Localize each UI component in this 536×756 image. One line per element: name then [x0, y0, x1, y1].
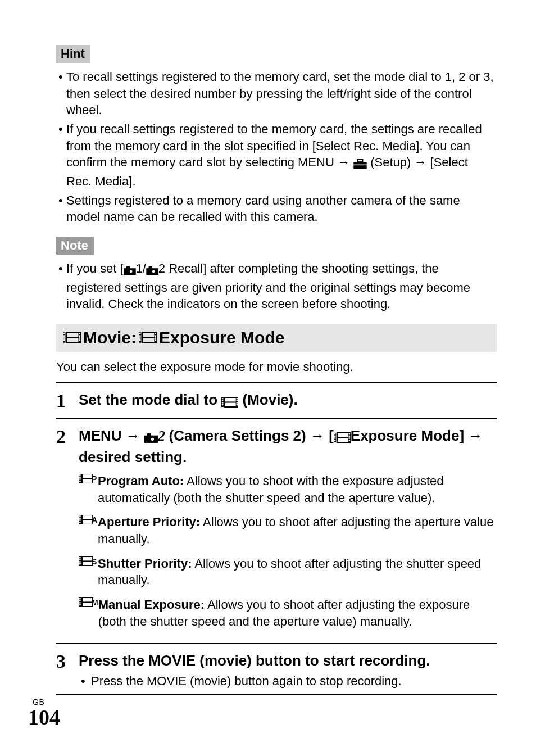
film-icon	[334, 429, 351, 448]
film-mode-icon: P	[79, 473, 98, 506]
step-3-sub: • Press the MOVIE (movie) button again t…	[81, 674, 497, 689]
hint-list: •To recall settings registered to the me…	[58, 69, 497, 225]
hint-tag: Hint	[56, 45, 90, 63]
step-3: 3 Press the MOVIE (movie) button to star…	[56, 651, 497, 689]
step-number: 1	[56, 391, 72, 412]
section-title-b: Exposure Mode	[159, 328, 284, 347]
film-icon	[221, 393, 238, 413]
step-1-head: Set the mode dial to (Movie).	[79, 391, 497, 412]
divider	[56, 694, 497, 695]
list-item: •If you recall settings registered to th…	[58, 121, 497, 190]
section-title-a: Movie:	[83, 328, 137, 347]
list-item: •If you set [1/2 Recall] after completin…	[58, 260, 497, 313]
divider	[56, 382, 497, 383]
exposure-mode-item: M Manual Exposure: Allows you to shoot a…	[79, 596, 497, 630]
step-1-pre: Set the mode dial to	[79, 391, 221, 408]
note-list: •If you set [1/2 Recall] after completin…	[58, 260, 497, 313]
camera-icon	[124, 262, 136, 279]
film-mode-icon: A	[79, 514, 98, 547]
step-2: 2 MENU → 2 (Camera Settings 2) → [Exposu…	[56, 427, 497, 638]
divider	[56, 418, 497, 419]
step-2-head: MENU → 2 (Camera Settings 2) → [Exposure…	[79, 427, 497, 467]
page-number: 104	[28, 707, 60, 728]
list-item: •Settings registered to a memory card us…	[58, 192, 497, 225]
note-tag: Note	[56, 237, 94, 255]
step-1-post: (Movie).	[242, 391, 297, 408]
exposure-mode-item: P Program Auto: Allows you to shoot with…	[79, 473, 497, 506]
film-mode-icon: S	[79, 555, 98, 588]
step-1: 1 Set the mode dial to (Movie).	[56, 391, 497, 412]
step-3-sub-text: Press the MOVIE (movie) button again to …	[91, 674, 402, 689]
film-icon	[63, 328, 81, 347]
film-icon	[139, 328, 157, 347]
toolbox-icon	[353, 156, 367, 173]
section-title: Movie: Exposure Mode	[56, 324, 497, 352]
step-number: 3	[56, 651, 72, 689]
step-2-pre: MENU →	[79, 427, 144, 444]
camera-icon	[144, 429, 158, 448]
section-lead: You can select the exposure mode for mov…	[56, 360, 497, 374]
film-mode-icon: M	[79, 596, 98, 630]
divider	[56, 643, 497, 644]
list-item: •To recall settings registered to the me…	[58, 69, 497, 119]
step-2-mid: (Camera Settings 2) → [	[169, 427, 334, 444]
exposure-mode-item: A Aperture Priority: Allows you to shoot…	[79, 514, 497, 547]
page-footer: GB 104	[28, 698, 60, 728]
exposure-mode-item: S Shutter Priority: Allows you to shoot …	[79, 555, 497, 588]
camera-icon	[146, 262, 158, 279]
exposure-mode-list: P Program Auto: Allows you to shoot with…	[79, 473, 497, 630]
step-number: 2	[56, 427, 72, 638]
step-3-head: Press the MOVIE (movie) button to start …	[79, 651, 497, 671]
